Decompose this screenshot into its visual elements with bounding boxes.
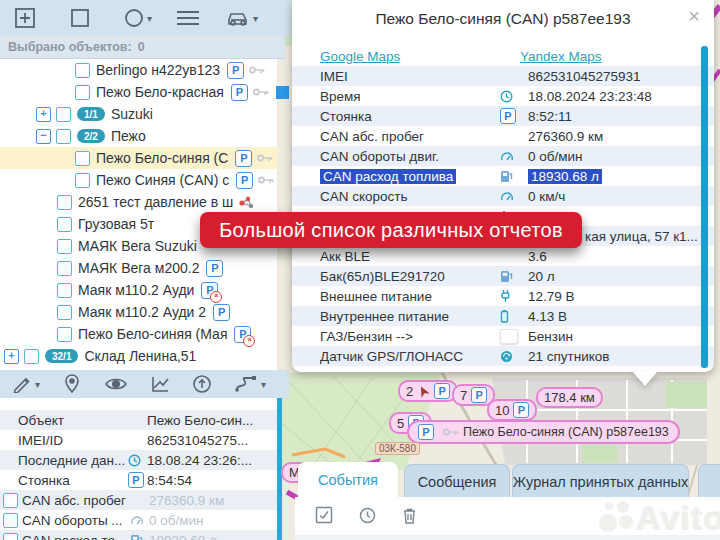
tree-item-label: Маяк м110.2 Ауди [78,282,194,298]
trash-icon[interactable] [402,507,417,527]
select-circle-button[interactable] [124,3,144,33]
row-label: CAN обороты двиг. [320,149,500,164]
row-value: Бензин [528,329,573,344]
tab-extra[interactable] [698,464,720,498]
tab-journal[interactable]: Журнал принятых данных [512,464,689,498]
parking-icon: P [471,387,487,403]
tree-item-mayak-m110-audi[interactable]: Маяк м110.2 Ауди P× [0,279,277,301]
app-window: { "icons": { "parking": "P", "close": "×… [0,0,720,540]
tree-group-pezho[interactable]: − 2/2 Пежо [0,125,277,147]
info-value: 18930.68 л [149,533,217,540]
tree-group-label: Suzuki [111,106,153,122]
tree-item-pezho-belo-krasnaya[interactable]: Пежо Бело-красная P [0,81,277,103]
parking-error-icon: P× [201,282,218,299]
map-marker-10[interactable]: 10 P [487,399,537,421]
tree-item-mayak-m110-audi-2[interactable]: Маяк м110.2 Ауди 2 P [0,301,277,323]
popup-row-mileage: CAN абс. пробег 276360.9 км [292,126,714,146]
checkbox[interactable] [57,327,72,342]
tree-item-pezho-belo-sinyaya-maya[interactable]: Пежо Бело-синяя (Мая P× [0,323,277,345]
error-badge: × [210,291,222,303]
expand-icon[interactable]: + [36,107,51,122]
google-maps-link[interactable]: Google Maps [320,49,400,64]
tree-item-mayak-vega-m200[interactable]: МАЯК Вега м200.2 P [0,257,277,279]
locate-button[interactable] [64,369,80,399]
navigation-arrow-icon [417,385,430,398]
distance-text: 178.4 км [544,390,595,405]
tree-item-pezho-sinyaya[interactable]: Пежо Синяя (CAN) с P [0,169,277,191]
map-vehicle-label[interactable]: P Пежо Бело-синяя (CAN) p587ee193 [407,420,680,444]
row-label: Внешнее питание [320,289,500,304]
tree-item-label: МАЯК Вега Suzuki [78,238,197,254]
send-command-button[interactable] [192,369,212,399]
avito-watermark: Avito [596,498,720,538]
checkbox[interactable] [75,173,90,188]
tab-events[interactable]: События [298,462,398,497]
checkbox[interactable] [75,85,90,100]
checkbox[interactable] [57,239,72,254]
tree-group-suzuki[interactable]: + 1/1 Suzuki [0,103,277,125]
parking-icon: P [434,383,450,399]
parking-icon: P [227,62,244,79]
info-value: 862531045275... [147,433,248,448]
group-count-badge: 2/2 [77,129,105,143]
checkbox[interactable] [56,107,71,122]
row-label: Стоянка [320,109,500,124]
left-panel: ▾ ▾ Выбрано объектов: 0 Berlingo н422ув1… [0,0,277,540]
add-object-button[interactable] [14,3,36,33]
popup-row-fuel-consumption: CAN расход топлива 18930.68 л [292,166,714,186]
popup-row-imei: IMEI 862531045275931 [292,66,714,86]
edit-button[interactable] [12,369,32,399]
info-row-can-fuel: CAN расход то 18930.68 л [0,530,277,540]
list-view-button[interactable] [176,3,200,33]
checkbox[interactable] [3,513,18,528]
popup-scrollbar[interactable] [701,46,708,368]
sensor-icon [238,195,255,210]
checkbox[interactable] [75,63,90,78]
track-button[interactable] [234,369,258,399]
map-marker-2[interactable]: 2 P [398,380,458,402]
clock-icon [500,90,520,103]
checkbox[interactable] [57,305,72,320]
chart-button[interactable] [150,369,170,399]
yandex-maps-link[interactable]: Yandex Maps [520,49,602,64]
chevron-down-icon[interactable]: ▾ [261,379,266,390]
tree-item-2651-test[interactable]: 2651 тест давление в ш [0,191,277,213]
fuel-icon [500,170,520,183]
chevron-down-icon[interactable]: ▾ [253,13,258,24]
tree-item-berlingo[interactable]: Berlingo н422ув123 P [0,59,277,81]
visibility-button[interactable] [104,369,128,399]
checkbox[interactable] [24,349,39,364]
row-value: 12.79 В [528,289,575,304]
tree-item-label: 2651 тест давление в ш [78,194,233,210]
history-clock-icon[interactable] [359,507,376,527]
checkbox[interactable] [57,261,72,276]
tree-group-label: Пежо [111,128,146,144]
chevron-down-icon[interactable]: ▾ [147,13,152,24]
vehicle-popup: Пежо Бело-синяя (CAN) p587ee193 × Google… [292,0,714,372]
power-plug-icon [500,289,520,303]
checkbox[interactable] [75,151,90,166]
info-label: IMEI/ID [18,433,128,448]
row-value-selected: 18930.68 л [528,169,602,184]
tree-group-sklad-lenina[interactable]: + 32/1 Склад Ленина,51 [0,345,277,367]
collapse-icon[interactable]: − [36,129,51,144]
checkbox[interactable] [3,533,18,540]
close-icon[interactable]: × [688,6,700,26]
checkbox[interactable] [57,195,72,210]
tree-item-pezho-belo-sinyaya[interactable]: Пежо Бело-синяя (С P [0,147,277,169]
checkbox[interactable] [57,283,72,298]
vehicle-label-text: Пежо Бело-синяя (CAN) p587ee193 [463,425,669,439]
vehicle-filter-button[interactable] [226,3,250,33]
expand-icon[interactable]: + [4,349,19,364]
tab-messages[interactable]: Сообщения [404,464,510,498]
chevron-down-icon[interactable]: ▾ [35,379,40,390]
select-all-checkbox-icon[interactable] [315,506,333,527]
select-area-button[interactable] [70,3,90,33]
gauge-icon [500,191,520,201]
checkbox[interactable] [3,493,18,508]
info-label: Последние дан... [18,453,128,468]
tree-item-label: Berlingo н422ув123 [96,62,220,78]
parking-icon: P [418,424,434,440]
checkbox[interactable] [57,217,72,232]
checkbox[interactable] [56,129,71,144]
